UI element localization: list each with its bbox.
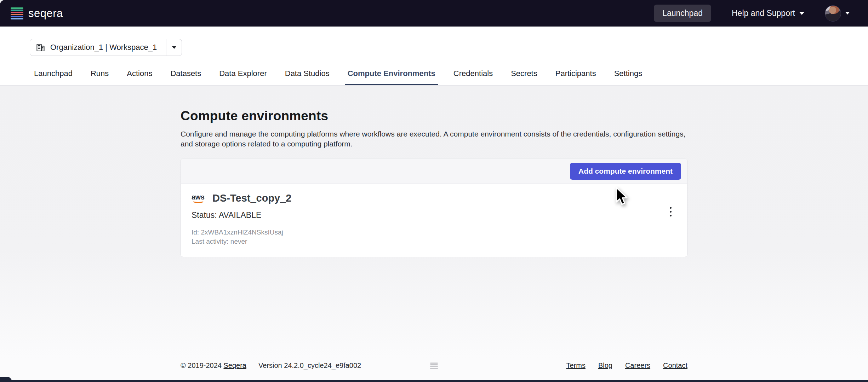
footer-link-blog[interactable]: Blog [598, 361, 612, 370]
footer-link-terms[interactable]: Terms [566, 361, 585, 370]
tab-secrets[interactable]: Secrets [510, 69, 538, 85]
seqera-footer-link[interactable]: Seqera [224, 361, 247, 369]
aws-provider-icon: aws [192, 193, 207, 204]
brand-name: seqera [28, 7, 63, 20]
top-navbar: seqera Launchpad Help and Support [0, 0, 868, 27]
copyright-prefix: © 2019-2024 [181, 361, 224, 369]
seqera-logo-icon [11, 7, 23, 19]
footer-link-careers[interactable]: Careers [625, 361, 650, 370]
tab-runs[interactable]: Runs [90, 69, 109, 85]
seqera-footer-glyph-icon [430, 363, 438, 369]
page-description: Configure and manage the computing platf… [181, 129, 687, 149]
chevron-down-icon [845, 12, 850, 15]
last-activity-value: never [230, 238, 247, 245]
tab-data-studios[interactable]: Data Studios [284, 69, 330, 85]
last-activity-label: Last activity: [192, 238, 230, 245]
id-value: 2xWBA1xznHlZ4NSksIUsaj [201, 228, 283, 236]
compute-environment-row: aws DS-Test_copy_2 Status: AVAILABLE Id:… [181, 184, 687, 257]
environment-id-line: Id: 2xWBA1xznHlZ4NSksIUsaj [192, 228, 676, 237]
avatar[interactable] [825, 5, 841, 22]
launchpad-nav-button[interactable]: Launchpad [654, 5, 711, 22]
seqera-home-link[interactable]: seqera [11, 7, 63, 20]
mouse-cursor [615, 187, 630, 207]
workspace-selector-main[interactable]: Organization_1 | Workspace_1 [30, 39, 166, 56]
page-title: Compute environments [181, 109, 687, 123]
chevron-down-icon [799, 12, 804, 15]
chevron-down-icon [172, 46, 176, 49]
help-and-support-label: Help and Support [732, 8, 795, 18]
user-menu[interactable] [825, 5, 850, 22]
page-footer: © 2019-2024 Seqera Version 24.2.0_cycle2… [181, 361, 687, 370]
tab-launchpad[interactable]: Launchpad [33, 69, 73, 85]
add-compute-environment-button[interactable]: Add compute environment [570, 163, 681, 180]
tab-actions[interactable]: Actions [126, 69, 153, 85]
tab-data-explorer[interactable]: Data Explorer [218, 69, 268, 85]
help-and-support-dropdown[interactable]: Help and Support [732, 8, 804, 18]
workspace-selector-label: Organization_1 | Workspace_1 [50, 43, 157, 52]
tab-credentials[interactable]: Credentials [453, 69, 493, 85]
environment-options-menu-button[interactable] [664, 204, 676, 219]
seqera-compute-environments-page: seqera Launchpad Help and Support [0, 0, 868, 382]
navbar-right-group: Launchpad Help and Support [654, 5, 850, 22]
environment-last-activity-line: Last activity: never [192, 237, 676, 246]
workspace-tabs: Launchpad Runs Actions Datasets Data Exp… [33, 69, 643, 85]
status-label: Status: [192, 210, 219, 220]
card-toolbar: Add compute environment [181, 158, 687, 184]
aws-swoosh [192, 199, 205, 203]
tab-participants[interactable]: Participants [555, 69, 597, 85]
tab-compute-environments[interactable]: Compute Environments [347, 69, 436, 85]
copyright-text: © 2019-2024 Seqera [181, 361, 246, 370]
environment-status: Status: AVAILABLE [192, 210, 676, 220]
id-label: Id: [192, 228, 201, 236]
bottom-bar [0, 380, 868, 382]
tab-datasets[interactable]: Datasets [170, 69, 202, 85]
version-text: Version 24.2.0_cycle24_e9fa002 [258, 361, 361, 370]
tab-settings[interactable]: Settings [613, 69, 643, 85]
compute-environments-card: Add compute environment aws DS-Test_copy… [181, 158, 687, 257]
organization-icon [36, 43, 45, 52]
workspace-selector-toggle[interactable] [166, 39, 182, 56]
status-value: AVAILABLE [219, 210, 262, 220]
workspace-selector[interactable]: Organization_1 | Workspace_1 [30, 39, 182, 56]
footer-link-contact[interactable]: Contact [663, 361, 687, 370]
environment-name-link[interactable]: DS-Test_copy_2 [212, 192, 292, 204]
main-content: Compute environments Configure and manag… [0, 86, 868, 382]
workspace-header: Organization_1 | Workspace_1 Launchpad R… [0, 27, 868, 86]
environment-meta: Id: 2xWBA1xznHlZ4NSksIUsaj Last activity… [192, 228, 676, 246]
